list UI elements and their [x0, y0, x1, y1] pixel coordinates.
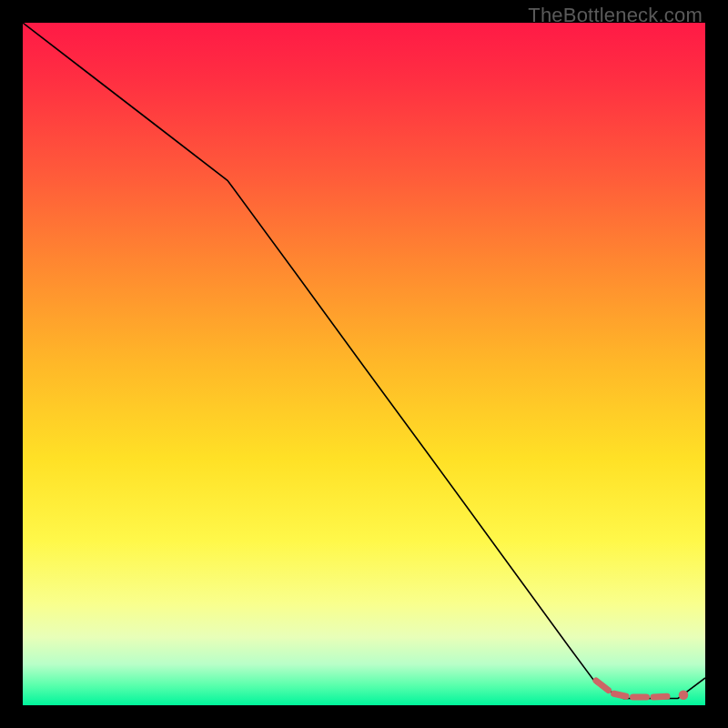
marker-dash: [614, 693, 627, 696]
chart-frame: TheBottleneck.com: [0, 0, 728, 728]
marker-dash: [653, 696, 667, 697]
curve-line: [23, 23, 705, 699]
watermark-text: TheBottleneck.com: [528, 4, 703, 27]
marker-dash: [596, 681, 609, 691]
bottleneck-curve: [23, 23, 705, 699]
marker-dot: [679, 691, 689, 701]
end-marker-group: [596, 681, 688, 700]
chart-overlay: [23, 23, 705, 705]
plot-area: [23, 23, 705, 705]
